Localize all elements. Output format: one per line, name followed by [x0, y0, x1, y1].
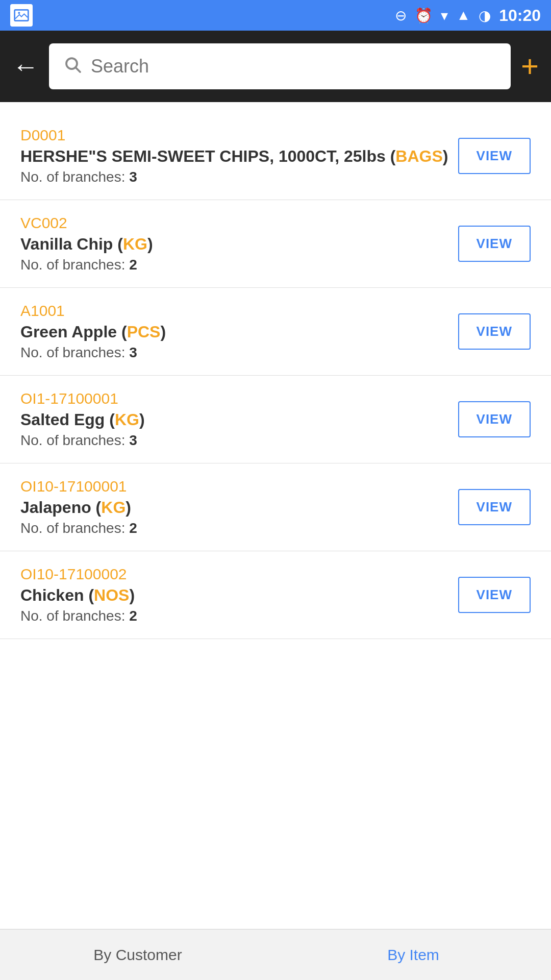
search-icon: [63, 55, 82, 78]
view-button[interactable]: VIEW: [458, 489, 531, 525]
view-button[interactable]: VIEW: [458, 226, 531, 262]
item-name: Jalapeno (KG): [20, 498, 458, 517]
search-input[interactable]: [91, 56, 496, 77]
status-icons: ⊖ ⏰ ▾ ▲ ◑ 10:20: [395, 6, 541, 25]
search-box: [49, 43, 511, 89]
gallery-icon: [10, 4, 33, 27]
status-bar: ⊖ ⏰ ▾ ▲ ◑ 10:20: [0, 0, 551, 31]
item-code: A1001: [20, 302, 458, 320]
list-item: D0001 HERSHE"S SEMI-SWEET CHIPS, 1000CT,…: [0, 112, 551, 200]
tab-by-customer-label: By Customer: [93, 946, 182, 964]
tab-by-item[interactable]: By Item: [276, 929, 551, 980]
item-info: D0001 HERSHE"S SEMI-SWEET CHIPS, 1000CT,…: [20, 127, 458, 185]
bottom-tab-bar: By Customer By Item: [0, 929, 551, 980]
item-name: Green Apple (PCS): [20, 323, 458, 341]
item-info: OI10-17100001 Jalapeno (KG) No. of branc…: [20, 478, 458, 536]
list-item: A1001 Green Apple (PCS) No. of branches:…: [0, 288, 551, 376]
item-name: Chicken (NOS): [20, 586, 458, 605]
item-code: D0001: [20, 127, 458, 144]
item-name: Salted Egg (KG): [20, 410, 458, 429]
item-branches: No. of branches: 3: [20, 169, 458, 185]
tab-by-customer[interactable]: By Customer: [0, 929, 276, 980]
item-branches: No. of branches: 2: [20, 608, 458, 624]
item-code: OI1-17100001: [20, 390, 458, 407]
back-button[interactable]: ←: [12, 53, 39, 80]
items-list: D0001 HERSHE"S SEMI-SWEET CHIPS, 1000CT,…: [0, 102, 551, 649]
view-button[interactable]: VIEW: [458, 313, 531, 350]
item-info: A1001 Green Apple (PCS) No. of branches:…: [20, 302, 458, 361]
view-button[interactable]: VIEW: [458, 401, 531, 437]
wifi-icon: ▾: [441, 7, 448, 24]
list-item: VC002 Vanilla Chip (KG) No. of branches:…: [0, 200, 551, 288]
signal-icon: ▲: [456, 7, 470, 23]
add-button[interactable]: +: [521, 51, 539, 82]
item-name: Vanilla Chip (KG): [20, 235, 458, 254]
svg-point-1: [18, 12, 20, 14]
minus-circle-icon: ⊖: [395, 7, 407, 24]
status-time: 10:20: [499, 6, 541, 25]
item-info: OI1-17100001 Salted Egg (KG) No. of bran…: [20, 390, 458, 449]
item-branches: No. of branches: 3: [20, 345, 458, 361]
item-info: VC002 Vanilla Chip (KG) No. of branches:…: [20, 214, 458, 273]
alarm-icon: ⏰: [415, 7, 433, 24]
view-button[interactable]: VIEW: [458, 577, 531, 613]
item-name: HERSHE"S SEMI-SWEET CHIPS, 1000CT, 25lbs…: [20, 147, 458, 166]
item-branches: No. of branches: 2: [20, 520, 458, 536]
item-branches: No. of branches: 3: [20, 432, 458, 449]
list-item: OI10-17100002 Chicken (NOS) No. of branc…: [0, 551, 551, 639]
item-code: OI10-17100002: [20, 566, 458, 583]
toolbar: ← +: [0, 31, 551, 102]
item-code: OI10-17100001: [20, 478, 458, 495]
list-item: OI10-17100001 Jalapeno (KG) No. of branc…: [0, 463, 551, 551]
view-button[interactable]: VIEW: [458, 138, 531, 174]
sync-icon: ◑: [479, 7, 491, 24]
list-item: OI1-17100001 Salted Egg (KG) No. of bran…: [0, 376, 551, 463]
item-branches: No. of branches: 2: [20, 257, 458, 273]
item-code: VC002: [20, 214, 458, 232]
tab-by-item-label: By Item: [387, 946, 439, 964]
svg-line-3: [76, 67, 80, 71]
item-info: OI10-17100002 Chicken (NOS) No. of branc…: [20, 566, 458, 624]
